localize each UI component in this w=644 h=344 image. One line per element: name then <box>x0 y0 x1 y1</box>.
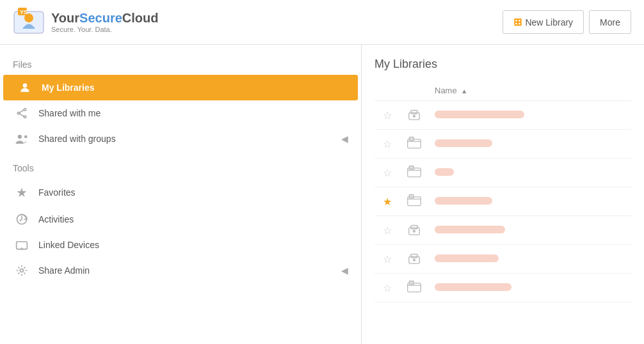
libraries-table: Name ▲ ☆ ☆ ☆ ★ ☆ ☆ <box>374 81 631 302</box>
sidebar-item-label: Activities <box>38 214 348 224</box>
logo-title: YourSecureCloud <box>51 11 158 26</box>
svg-rect-33 <box>409 281 414 284</box>
star-cell[interactable]: ☆ <box>374 130 400 159</box>
table-row: ☆ <box>374 245 631 274</box>
share-icon <box>13 107 31 120</box>
svg-rect-25 <box>409 194 414 198</box>
sidebar-item-label: My Libraries <box>42 82 345 93</box>
content-title: My Libraries <box>374 58 631 71</box>
library-icon-cell <box>400 245 428 274</box>
open-library-icon <box>407 193 422 207</box>
library-icon-cell <box>400 101 428 130</box>
open-library-icon <box>407 136 422 150</box>
svg-line-8 <box>20 110 24 113</box>
svg-rect-23 <box>409 166 414 169</box>
table-row: ★ <box>374 187 631 216</box>
svg-line-9 <box>20 114 24 116</box>
favorites-icon: ★ <box>13 185 31 200</box>
sidebar-item-linked-devices[interactable]: Linked Devices <box>0 232 361 258</box>
chevron-icon: ◀ <box>341 134 348 144</box>
star-filled-icon[interactable]: ★ <box>383 196 392 207</box>
svg-point-31 <box>414 259 415 261</box>
star-cell[interactable]: ☆ <box>374 216 400 245</box>
star-empty-icon[interactable]: ☆ <box>383 168 392 178</box>
star-cell[interactable]: ☆ <box>374 159 400 187</box>
star-empty-icon[interactable]: ☆ <box>383 225 392 236</box>
table-row: ☆ <box>374 274 631 302</box>
star-cell[interactable]: ★ <box>374 187 400 216</box>
open-library-icon <box>407 279 422 293</box>
new-library-button[interactable]: ⊞ New Library <box>503 10 584 34</box>
library-name-cell[interactable] <box>428 130 631 159</box>
sidebar-files-section: Files <box>0 54 361 75</box>
groups-icon <box>13 132 31 145</box>
svg-point-16 <box>20 269 24 272</box>
svg-point-6 <box>17 112 19 114</box>
sidebar-item-share-admin[interactable]: Share Admin ◀ <box>0 258 361 283</box>
name-col-header[interactable]: Name ▲ <box>428 81 631 101</box>
sidebar-item-my-libraries[interactable]: My Libraries <box>3 75 358 100</box>
content-area: My Libraries Name ▲ ☆ ☆ ☆ <box>362 45 644 344</box>
star-cell[interactable]: ☆ <box>374 245 400 274</box>
locked-library-icon <box>407 251 421 265</box>
library-name-cell[interactable] <box>428 274 631 302</box>
star-empty-icon[interactable]: ☆ <box>383 283 392 293</box>
header-actions: ⊞ New Library More <box>503 10 631 34</box>
star-empty-icon[interactable]: ☆ <box>383 139 392 150</box>
main-layout: Files My Libraries Shared with me Shared… <box>0 45 644 344</box>
library-name-cell[interactable] <box>428 159 631 187</box>
library-name-cell[interactable] <box>428 216 631 245</box>
svg-rect-30 <box>411 254 418 258</box>
library-icon-cell <box>400 130 428 159</box>
sort-arrow-icon: ▲ <box>461 88 467 95</box>
logo-subtitle: Secure. Your. Data. <box>51 26 158 33</box>
table-row: ☆ <box>374 216 631 245</box>
share-admin-icon <box>13 264 31 277</box>
star-cell[interactable]: ☆ <box>374 274 400 302</box>
sidebar-tools-section: Tools <box>0 158 361 178</box>
header: YS YourSecureCloud Secure. Your. Data. ⊞… <box>0 0 644 45</box>
sidebar: Files My Libraries Shared with me Shared… <box>0 45 362 344</box>
logo-text: YourSecureCloud Secure. Your. Data. <box>51 11 158 33</box>
svg-point-5 <box>24 109 26 111</box>
activities-icon <box>13 213 31 226</box>
svg-point-7 <box>24 116 26 118</box>
open-library-icon <box>407 164 422 178</box>
svg-point-10 <box>18 135 22 139</box>
more-button[interactable]: More <box>589 10 631 34</box>
star-col-header <box>374 81 400 101</box>
table-row: ☆ <box>374 130 631 159</box>
star-empty-icon[interactable]: ☆ <box>383 254 392 265</box>
library-icon-cell <box>400 159 428 187</box>
library-icon-cell <box>400 274 428 302</box>
plus-icon: ⊞ <box>513 16 522 28</box>
sidebar-item-shared-with-groups[interactable]: Shared with groups ◀ <box>0 126 361 152</box>
sidebar-item-favorites[interactable]: ★ Favorites <box>0 178 361 207</box>
sidebar-item-label: Favorites <box>38 187 348 198</box>
sidebar-item-label: Linked Devices <box>38 240 348 250</box>
svg-point-28 <box>414 230 415 232</box>
svg-rect-21 <box>409 137 414 140</box>
sidebar-item-activities[interactable]: Activities <box>0 207 361 232</box>
table-row: ☆ <box>374 159 631 187</box>
chevron-icon: ◀ <box>341 265 348 276</box>
library-name-cell[interactable] <box>428 187 631 216</box>
library-name-cell[interactable] <box>428 245 631 274</box>
user-icon <box>16 81 34 94</box>
library-name-cell[interactable] <box>428 101 631 130</box>
library-icon-cell <box>400 216 428 245</box>
sidebar-item-label: Shared with me <box>38 108 348 118</box>
locked-library-icon <box>407 107 421 121</box>
sidebar-item-shared-with-me[interactable]: Shared with me <box>0 100 361 126</box>
locked-library-icon <box>407 222 421 236</box>
svg-point-11 <box>24 136 28 139</box>
svg-point-4 <box>23 83 28 88</box>
icon-col-header <box>400 81 428 101</box>
logo-area: YS YourSecureCloud Secure. Your. Data. <box>13 6 158 38</box>
sidebar-item-label: Shared with groups <box>38 134 341 144</box>
svg-text:YS: YS <box>20 9 28 15</box>
svg-rect-18 <box>411 111 418 114</box>
star-cell[interactable]: ☆ <box>374 101 400 130</box>
library-icon-cell <box>400 187 428 216</box>
star-empty-icon[interactable]: ☆ <box>383 110 392 121</box>
